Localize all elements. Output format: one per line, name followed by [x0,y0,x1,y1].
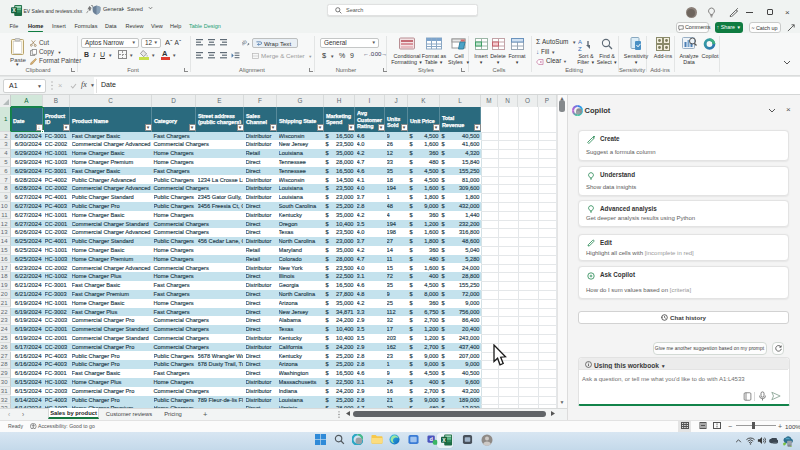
svg-text:ab: ab [242,39,248,47]
svg-text:Z: Z [578,46,582,52]
svg-text:d: d [429,436,432,442]
svg-text:A: A [578,39,582,45]
